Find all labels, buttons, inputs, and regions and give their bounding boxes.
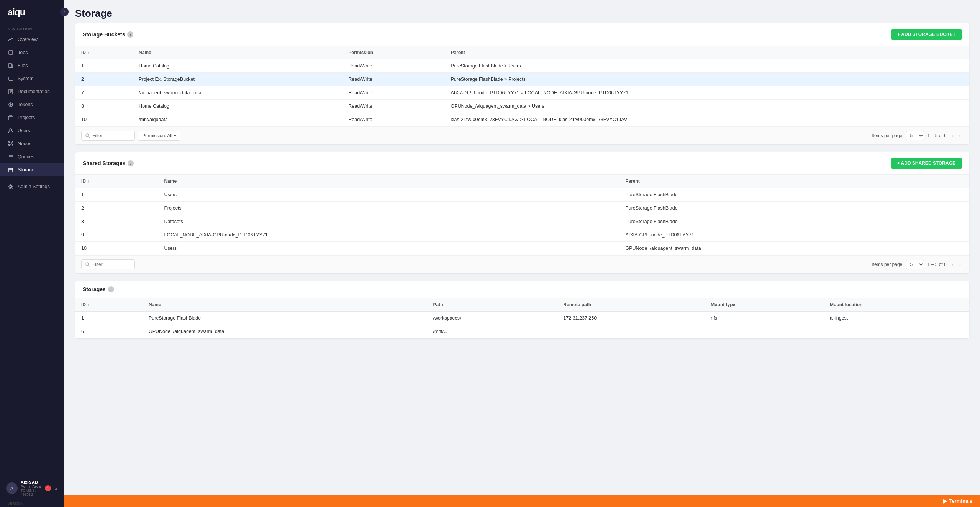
add-storage-bucket-button[interactable]: + ADD STORAGE BUCKET	[891, 29, 962, 40]
cell-id: 9	[75, 228, 158, 242]
files-icon	[8, 62, 14, 69]
table-row[interactable]: 2 Project Ex. StorageBucket Read/Write P…	[75, 73, 969, 86]
cell-name: Home Catalog	[133, 59, 342, 73]
docs-icon	[8, 89, 14, 95]
table-row[interactable]: 1 Users PureStorage FlashBlade	[75, 188, 969, 202]
storages-info-icon[interactable]: i	[108, 286, 114, 292]
items-per-page-select[interactable]: 5 10 20	[906, 131, 924, 140]
cell-parent: AIXIA-GPU-node_PTD06TYY71	[619, 228, 969, 242]
sidebar-item-system-label: System	[18, 76, 34, 81]
storage-buckets-info-icon[interactable]: i	[127, 31, 133, 38]
table-row[interactable]: 3 Datasets PureStorage FlashBlade	[75, 215, 969, 228]
cell-id: 8	[75, 100, 133, 113]
shared-storages-info-icon[interactable]: i	[128, 160, 134, 166]
cell-permission: Read/Write	[342, 59, 444, 73]
shared-filter-input[interactable]	[92, 262, 131, 267]
table-row[interactable]: 1 PureStorage FlashBlade /workspaces/ 17…	[75, 312, 969, 325]
permission-filter[interactable]: Permission: All ▾	[138, 131, 180, 141]
col-parent: Parent	[444, 46, 969, 59]
shared-next-page-button[interactable]: ›	[957, 260, 963, 269]
storages-title: Storages i	[83, 286, 114, 292]
sidebar-item-jobs-label: Jobs	[18, 50, 28, 55]
storage-buckets-pagination: Items per page: 5 10 20 1 – 5 of 6 ‹ ›	[872, 131, 963, 140]
notification-badge[interactable]: 1	[45, 485, 51, 491]
svg-point-34	[86, 263, 89, 266]
table-row[interactable]: 9 LOCAL_NODE_AIXIA-GPU-node_PTD06TYY71 A…	[75, 228, 969, 242]
cell-id: 2	[75, 202, 158, 215]
cell-parent: AIXIA-GPU-node_PTD06TYY71 > LOCAL_NODE_A…	[444, 86, 969, 100]
logo-area: aiqu ‹	[0, 0, 64, 21]
sidebar-item-users[interactable]: Users	[0, 124, 64, 137]
jobs-icon	[8, 49, 14, 56]
cell-parent: GPUNode_/aiquagent_swarm_data > Users	[444, 100, 969, 113]
col-mount-type: Mount type	[705, 298, 824, 312]
table-row[interactable]: 8 Home Catalog Read/Write GPUNode_/aiqua…	[75, 100, 969, 113]
expand-icon[interactable]: ▲	[54, 486, 58, 491]
cell-parent: PureStorage FlashBlade	[619, 188, 969, 202]
page-nav: ‹ ›	[950, 131, 963, 140]
add-shared-storage-button[interactable]: + ADD SHARED STORAGE	[891, 158, 962, 169]
sidebar-item-tokens[interactable]: Tokens	[0, 98, 64, 111]
sidebar-item-projects[interactable]: Projects	[0, 111, 64, 124]
user-info: Aixia AB Admin Aixia TOKENS: 49954.2	[21, 480, 42, 496]
search-icon	[85, 133, 90, 138]
storages-title-text: Storages	[83, 286, 106, 292]
logo: aiqu	[8, 7, 25, 18]
sidebar-item-documentation-label: Documentation	[18, 89, 50, 94]
prev-page-button[interactable]: ‹	[950, 131, 956, 140]
shared-prev-page-button[interactable]: ‹	[950, 260, 956, 269]
main-content: Storage Storage Buckets i + ADD STORAGE …	[64, 0, 980, 507]
table-row[interactable]: 7 /aiquagent_swarm_data_local Read/Write…	[75, 86, 969, 100]
shared-pagination-text: 1 – 5 of 6	[928, 262, 947, 267]
sidebar-item-jobs[interactable]: Jobs	[0, 46, 64, 59]
cell-parent: PureStorage FlashBlade > Users	[444, 59, 969, 73]
table-row[interactable]: 2 Projects PureStorage FlashBlade	[75, 202, 969, 215]
sidebar-item-storage[interactable]: Storage	[0, 163, 64, 176]
cell-mount-type	[705, 325, 824, 338]
cell-name: Users	[158, 188, 619, 202]
sidebar-item-queues[interactable]: Queues	[0, 150, 64, 163]
storages-card: Storages i ID ↑ Name Path Remote path Mo…	[75, 281, 969, 338]
next-page-button[interactable]: ›	[957, 131, 963, 140]
cell-parent: GPUNode_/aiquagent_swarm_data	[619, 242, 969, 255]
table-row[interactable]: 10 Users GPUNode_/aiquagent_swarm_data	[75, 242, 969, 255]
sidebar-item-overview[interactable]: Overview	[0, 33, 64, 46]
svg-point-20	[12, 145, 13, 146]
svg-rect-3	[8, 77, 13, 80]
cell-path: /mnt/0/	[427, 325, 557, 338]
cell-name: Datasets	[158, 215, 619, 228]
sidebar-item-users-label: Users	[18, 128, 30, 133]
shared-items-per-page-select[interactable]: 5 10 20	[906, 260, 924, 269]
table-row[interactable]: 1 Home Catalog Read/Write PureStorage Fl…	[75, 59, 969, 73]
storage-buckets-card: Storage Buckets i + ADD STORAGE BUCKET I…	[75, 23, 969, 144]
filter-input[interactable]	[92, 133, 131, 138]
sidebar-item-admin-label: Admin Settings	[18, 184, 50, 189]
page-header: Storage	[64, 0, 980, 23]
terminal-bar[interactable]: ▶ Terminals	[64, 495, 980, 507]
sidebar-item-files[interactable]: Files	[0, 59, 64, 72]
pagination-text: 1 – 5 of 6	[928, 133, 947, 138]
svg-point-31	[10, 186, 12, 188]
filter-input-wrap[interactable]	[81, 131, 135, 141]
sidebar-item-admin-settings[interactable]: Admin Settings	[0, 180, 64, 193]
col-id: ID ↑	[75, 298, 143, 312]
cell-permission: Read/Write	[342, 73, 444, 86]
cell-name: /mnt/aiqudata	[133, 113, 342, 126]
shared-filter-input-wrap[interactable]	[81, 259, 135, 269]
svg-line-22	[11, 143, 12, 144]
cell-id: 1	[75, 188, 158, 202]
sidebar-item-nodes[interactable]: Nodes	[0, 137, 64, 150]
cell-name: Projects	[158, 202, 619, 215]
table-row[interactable]: 10 /mnt/aiqudata Read/Write klas-21fv000…	[75, 113, 969, 126]
cell-mount-type: nfs	[705, 312, 824, 325]
svg-point-15	[10, 129, 12, 131]
sidebar-item-documentation[interactable]: Documentation	[0, 85, 64, 98]
cell-name: Project Ex. StorageBucket	[133, 73, 342, 86]
version-label: VERSION	[0, 500, 64, 507]
tokens-icon	[8, 102, 14, 108]
sidebar-item-system[interactable]: System	[0, 72, 64, 85]
collapse-button[interactable]: ‹	[60, 8, 69, 16]
table-row[interactable]: 6 GPUNode_/aiquagent_swarm_data /mnt/0/	[75, 325, 969, 338]
shared-storages-filter-area	[81, 259, 135, 269]
svg-rect-14	[8, 116, 13, 120]
